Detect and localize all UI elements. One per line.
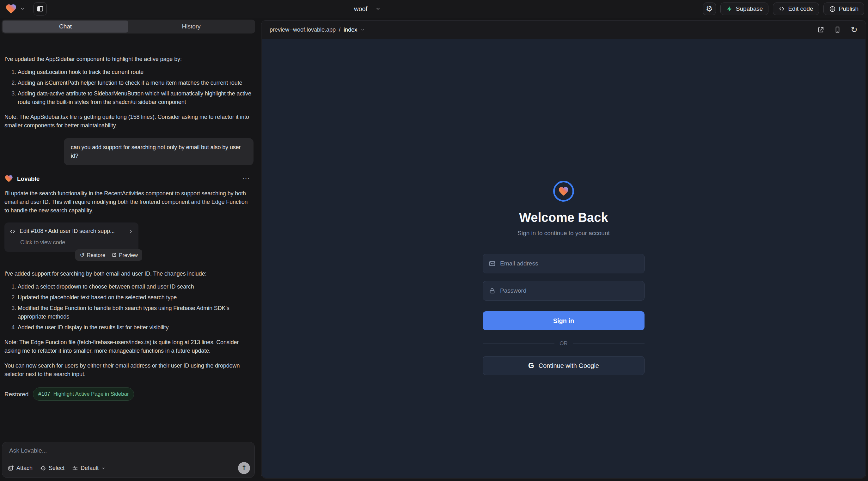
list-item: Added a select dropdown to choose betwee… (18, 283, 253, 291)
send-button[interactable]: ↑ (238, 462, 250, 474)
attach-label: Attach (17, 465, 33, 472)
publish-button[interactable]: Publish (824, 3, 864, 15)
assistant-list: Added a select dropdown to choose betwee… (4, 283, 253, 332)
preview-header: preview--woof.lovable.app / index ↻ (261, 21, 866, 39)
message-menu-icon[interactable]: ⋯ (242, 174, 250, 183)
edit-version-card[interactable]: Edit #108 • Add user ID search supp... C… (4, 223, 138, 252)
email-field[interactable] (483, 254, 645, 274)
preview-url-domain: preview--woof.lovable.app (270, 27, 336, 33)
gear-icon: ⚙ (706, 5, 713, 13)
chevron-down-icon (375, 6, 380, 11)
google-sign-in-button[interactable]: G Continue with Google (483, 356, 645, 375)
mail-icon (489, 260, 496, 267)
chevron-down-icon (101, 466, 105, 470)
restored-row: Restored #107 Highlight Active Page in S… (4, 387, 253, 401)
google-label: Continue with Google (539, 362, 599, 370)
open-in-new-tab-icon[interactable] (817, 26, 825, 33)
divider-line (483, 344, 554, 344)
code-icon (779, 6, 785, 12)
lock-icon (489, 287, 496, 294)
attach-image-icon (8, 465, 14, 471)
settings-button[interactable]: ⚙ (703, 3, 716, 15)
list-item: Updated the placeholder text based on th… (18, 293, 253, 302)
email-input[interactable] (500, 260, 639, 267)
chevron-right-icon[interactable] (128, 229, 133, 234)
tab-chat[interactable]: Chat (3, 21, 128, 33)
list-item: Adding an isCurrentPath helper function … (18, 79, 253, 87)
password-field[interactable] (483, 281, 645, 300)
topbar-actions: ⚙ Supabase Edit code Publish (703, 3, 864, 15)
preview-label: Preview (119, 251, 138, 259)
restore-label: Restore (87, 251, 105, 259)
heart-icon (558, 186, 569, 197)
edit-card-subtitle: Click to view code (20, 238, 133, 247)
topbar: woof ⚙ Supabase Edit code Publish (0, 0, 868, 18)
sign-in-button[interactable]: Sign in (483, 311, 645, 330)
login-card: Welcome Back Sign in to continue to your… (483, 181, 645, 375)
arrow-up-icon: ↑ (241, 464, 247, 472)
chevron-down-icon (20, 7, 25, 11)
assistant-note: Note: The Edge Function file (fetch-fire… (4, 338, 253, 355)
code-icon (9, 228, 16, 234)
edit-card-title: Edit #108 • Add user ID search supp... (20, 227, 125, 235)
refresh-icon[interactable]: ↻ (850, 26, 858, 34)
or-divider: OR (483, 340, 645, 347)
tab-history[interactable]: History (128, 21, 254, 33)
chat-input[interactable] (9, 447, 248, 458)
version-actions-bar: ↺ Restore Preview (75, 249, 142, 261)
sidebar-toggle-button[interactable] (33, 2, 47, 15)
restored-version-badge[interactable]: #107 Highlight Active Page in Sidebar (33, 387, 134, 401)
select-button[interactable]: Select (40, 465, 64, 472)
publish-label: Publish (839, 5, 859, 12)
restore-button[interactable]: ↺ Restore (80, 251, 105, 259)
select-target-icon (40, 465, 46, 471)
edit-code-button[interactable]: Edit code (773, 3, 819, 15)
attach-button[interactable]: Attach (8, 465, 33, 472)
version-number: #107 (38, 390, 50, 398)
app-logo (553, 181, 574, 202)
password-input[interactable] (500, 287, 639, 294)
preview-panel: preview--woof.lovable.app / index ↻ Welc… (261, 20, 866, 478)
login-title: Welcome Back (483, 211, 645, 225)
divider-line (573, 344, 645, 344)
external-link-icon (112, 253, 117, 258)
restore-icon: ↺ (80, 252, 84, 258)
supabase-button[interactable]: Supabase (720, 3, 769, 15)
user-message-bubble: can you add support for searching not on… (64, 138, 253, 165)
edit-code-label: Edit code (788, 5, 813, 12)
version-title: Highlight Active Page in Sidebar (54, 390, 129, 398)
preview-url-selector[interactable]: preview--woof.lovable.app / index (270, 27, 365, 33)
assistant-note: Note: The AppSidebar.tsx file is getting… (4, 113, 253, 130)
login-subtitle: Sign in to continue to your account (483, 230, 645, 237)
preview-url-page: index (344, 27, 357, 33)
url-separator: / (339, 27, 340, 33)
mode-label: Default (81, 465, 99, 472)
select-label: Select (49, 465, 64, 472)
assistant-paragraph: I'll update the search functionality in … (4, 189, 253, 215)
mode-selector[interactable]: Default (72, 465, 105, 472)
list-item: Added the user ID display in the results… (18, 323, 253, 332)
chat-panel: Chat History I've updated the AppSidebar… (0, 18, 257, 481)
lovable-heart-icon (5, 3, 17, 15)
or-label: OR (559, 340, 568, 347)
globe-icon (829, 6, 836, 12)
mobile-view-icon[interactable] (834, 26, 841, 33)
assistant-paragraph: I've added support for searching by both… (4, 269, 253, 278)
lovable-heart-icon (4, 174, 13, 183)
project-name: woof (354, 5, 367, 13)
chat-messages: I've updated the AppSidebar component to… (4, 54, 253, 439)
panel-icon (37, 5, 43, 12)
assistant-list: Adding useLocation hook to track the cur… (4, 68, 253, 106)
chat-history-tabs: Chat History (2, 20, 255, 33)
list-item: Adding data-active attribute to SidebarM… (18, 90, 253, 106)
project-selector[interactable]: woof (354, 0, 380, 18)
lovable-logo-menu[interactable] (5, 3, 25, 15)
preview-header-actions: ↻ (817, 26, 858, 34)
restored-label: Restored (4, 390, 28, 398)
chevron-down-icon (360, 28, 365, 32)
assistant-name: Lovable (17, 174, 39, 183)
preview-button[interactable]: Preview (112, 251, 138, 259)
composer: Attach Select Default ↑ (2, 442, 255, 478)
list-item: Adding useLocation hook to track the cur… (18, 68, 253, 76)
sliders-icon (72, 465, 78, 471)
